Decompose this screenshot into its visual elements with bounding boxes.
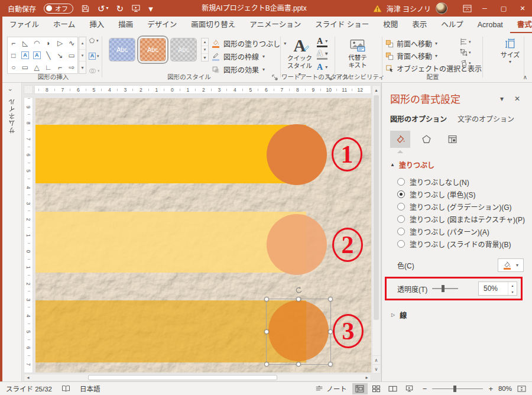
vertical-scrollbar[interactable]: ▴ ∧ ∨	[372, 85, 381, 374]
shape-gallery-item[interactable]: ↘	[57, 52, 63, 59]
start-slideshow-button[interactable]	[131, 4, 141, 13]
quick-styles-button[interactable]: A クイック スタイル ▾	[286, 37, 314, 77]
shape-gallery-item[interactable]: ◺	[22, 40, 28, 47]
ribbon-tab[interactable]: 校閲	[376, 17, 405, 33]
reading-view-button[interactable]	[385, 383, 401, 394]
thumbnail-expand-icon[interactable]: ›	[7, 89, 14, 91]
horizontal-scrollbar[interactable]: ◂ ▸	[24, 374, 371, 381]
style-gallery-scroll[interactable]: ▴▾▼	[201, 38, 209, 61]
fill-option-radio[interactable]: 塗りつぶし (図またはテクスチャ)(P)	[397, 213, 525, 225]
zoom-level[interactable]: 80%	[498, 385, 512, 392]
horizontal-ruler[interactable]: 876543210123456789101112	[34, 85, 371, 94]
ribbon-tab[interactable]: 表示	[405, 17, 434, 33]
user-avatar[interactable]	[436, 2, 447, 14]
text-box-button[interactable]: A▾	[89, 53, 102, 60]
ribbon-tab[interactable]: 挿入	[82, 17, 111, 33]
ribbon-tab[interactable]: 書式	[510, 17, 532, 33]
bar-shape-2[interactable]	[35, 212, 306, 273]
shape-styles-dialog-launcher[interactable]	[272, 75, 278, 80]
vertical-scroll-thumb[interactable]	[374, 95, 379, 320]
shape-outline-button[interactable]: 図形の枠線▾	[212, 51, 286, 61]
next-slide-button[interactable]: ∨	[372, 364, 380, 373]
wordart-style-button[interactable]: A▾	[317, 50, 327, 60]
ribbon-tab[interactable]: ホーム	[46, 17, 82, 33]
undo-dropdown-icon[interactable]: ▾	[106, 6, 109, 11]
shape-gallery-item[interactable]: ⌐	[11, 40, 15, 47]
shape-gallery-scroll[interactable]: ▴▾▼	[79, 37, 86, 74]
wordart-dialog-launcher[interactable]	[326, 75, 332, 80]
rotate-button[interactable]: ▾	[460, 59, 471, 67]
previous-slide-button[interactable]: ∧	[372, 355, 380, 364]
shape-gallery-item[interactable]: ⇨	[69, 64, 74, 71]
redo-button[interactable]: ↻	[116, 4, 124, 13]
slide-sorter-view-button[interactable]	[369, 383, 384, 394]
ribbon-tab[interactable]: 描画	[111, 17, 140, 33]
close-button[interactable]: ✕	[513, 0, 532, 17]
ribbon-tab[interactable]: 画面切り替え	[184, 17, 242, 33]
transparency-value-field[interactable]: 50% ▴ ▾	[478, 281, 517, 296]
shape-gallery-item[interactable]: ∟	[45, 64, 52, 71]
ribbon-tab[interactable]: アニメーション	[242, 17, 308, 33]
selection-handle[interactable]	[296, 362, 301, 367]
slide-counter[interactable]: スライド 25/32	[6, 384, 52, 393]
scroll-up-icon[interactable]: ▴	[372, 86, 380, 94]
fill-color-button[interactable]: ▾	[498, 258, 524, 272]
shape-gallery-item[interactable]: ◗	[46, 40, 50, 47]
fill-option-radio[interactable]: 塗りつぶしなし(N)	[397, 176, 525, 188]
ribbon-display-options-button[interactable]	[463, 5, 472, 12]
pane-options-dropdown-icon[interactable]: ▾	[494, 95, 510, 103]
selection-handle[interactable]	[264, 362, 269, 367]
fill-option-radio[interactable]: 塗りつぶし (グラデーション)(G)	[397, 200, 525, 213]
selection-handle[interactable]	[328, 362, 333, 367]
shape-gallery-item[interactable]: ○	[11, 64, 15, 71]
selection-handle[interactable]	[328, 297, 333, 302]
vertical-scroll-track[interactable]	[372, 94, 380, 355]
fill-option-radio[interactable]: 塗りつぶし (単色)(S)	[397, 188, 525, 200]
tab-text-options[interactable]: 文字のオプション	[458, 114, 514, 124]
zoom-slider-thumb[interactable]	[453, 386, 456, 392]
scroll-left-icon[interactable]: ◂	[24, 375, 32, 380]
horizontal-scroll-track[interactable]	[32, 374, 363, 381]
shape-style-thumb[interactable]: Abc	[170, 38, 197, 61]
shape-gallery-item[interactable]: ▷	[57, 40, 63, 47]
transparency-slider-thumb[interactable]	[442, 285, 445, 292]
fill-option-radio[interactable]: 塗りつぶし (スライドの背景)(B)	[397, 238, 525, 250]
circle-shape-1[interactable]	[267, 124, 327, 185]
slide-canvas[interactable]: 1 2 3	[35, 98, 371, 373]
shape-gallery-item[interactable]: □	[11, 52, 15, 59]
rotate-handle-icon[interactable]	[294, 286, 303, 294]
shape-fill-button[interactable]: 図形の塗りつぶし▾	[212, 38, 286, 48]
fit-slide-button[interactable]	[517, 385, 526, 393]
spinner-up-icon[interactable]: ▴	[508, 282, 517, 289]
spellcheck-icon[interactable]	[61, 385, 70, 392]
shape-gallery-item[interactable]: ◠	[34, 40, 40, 47]
ribbon-tab[interactable]: ファイル	[2, 17, 46, 33]
zoom-in-button[interactable]: +	[488, 384, 493, 393]
undo-button[interactable]: ↺▾	[98, 4, 109, 13]
maximize-button[interactable]: ▢	[494, 0, 513, 17]
horizontal-scroll-thumb[interactable]	[88, 375, 277, 380]
selection-handle[interactable]	[296, 297, 301, 302]
shape-style-thumb[interactable]: Abc	[140, 38, 166, 61]
wordart-style-button[interactable]: A▾	[317, 37, 327, 47]
edit-shape-button[interactable]: ▾	[89, 37, 102, 44]
scroll-right-icon[interactable]: ▸	[363, 375, 371, 380]
fill-option-radio[interactable]: 塗りつぶし (パターン)(A)	[397, 225, 525, 238]
wordart-style-button[interactable]: A▾	[317, 62, 327, 72]
vertical-ruler[interactable]: 98765432101234567	[24, 97, 33, 373]
selection-handle[interactable]	[328, 329, 333, 334]
shape-gallery-item[interactable]: ╲	[46, 52, 50, 59]
shape-gallery-item[interactable]: △	[34, 64, 40, 71]
effects-tab[interactable]	[416, 131, 436, 148]
selection-bounding-box[interactable]	[266, 299, 331, 365]
autosave-toggle[interactable]: オフ	[44, 4, 73, 14]
shape-gallery-item[interactable]: ⌐	[58, 64, 62, 71]
ribbon-tab[interactable]: Acrobat	[471, 17, 510, 33]
align-button[interactable]: ▾	[460, 38, 471, 46]
collapse-ribbon-button[interactable]: ∧	[523, 74, 527, 80]
group-button[interactable]: ▾	[460, 48, 471, 56]
zoom-out-button[interactable]: −	[423, 384, 427, 393]
language-indicator[interactable]: 日本語	[80, 384, 100, 393]
bar-shape-1[interactable]	[35, 125, 306, 183]
selection-handle[interactable]	[264, 297, 269, 302]
